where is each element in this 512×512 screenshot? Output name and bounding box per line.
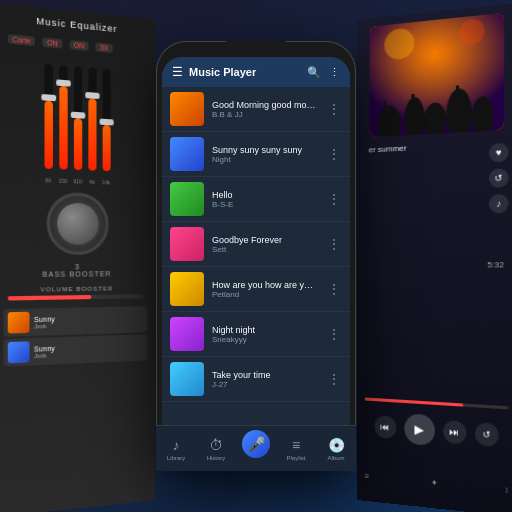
volume-fill (8, 295, 91, 301)
repeat-button[interactable]: ↺ (474, 422, 498, 447)
heart-icon[interactable]: ♥ (489, 143, 509, 163)
song-name-2: Sunny suny suny suny (212, 145, 318, 155)
bottom-icon-3[interactable]: ↕ (504, 485, 508, 495)
mini-song-2[interactable]: Sunny Jxxk (3, 334, 147, 367)
next-button[interactable]: ⏭ (443, 420, 466, 445)
eq-slider-1[interactable] (44, 64, 52, 169)
song-thumb-6 (170, 317, 204, 351)
song-thumb-3 (170, 182, 204, 216)
concert-svg (369, 13, 504, 138)
song-item-2[interactable]: Sunny suny suny suny Night ⋮ (162, 132, 350, 177)
nav-album[interactable]: 💿 Album (316, 437, 350, 456)
bass-booster-knob[interactable] (46, 192, 108, 255)
prev-button[interactable]: ⏮ (374, 415, 396, 439)
album-icon: 💿 (328, 437, 345, 453)
song-thumb-2 (170, 137, 204, 171)
knob-inner (57, 203, 98, 245)
mini-song-info-1: Sunny Jxxk (34, 313, 144, 329)
song-thumb-4 (170, 227, 204, 261)
svg-rect-11 (455, 85, 458, 102)
song-thumb-5 (170, 272, 204, 306)
play-button[interactable]: ▶ (404, 413, 435, 446)
song-info-7: Take your time J-27 (212, 370, 318, 389)
song-item-4[interactable]: Goodbye Forever Sett ⋮ (162, 222, 350, 267)
song-artist-2: Night (212, 155, 318, 164)
bottom-nav: ♪ Library ⏱ History 🎤 ≡ Playlist 💿 Album (162, 425, 350, 455)
song-name-7: Take your time (212, 370, 318, 380)
song-name-1: Good Morning good morning (212, 100, 318, 110)
song-info-1: Good Morning good morning B.B & JJ (212, 100, 318, 119)
song-more-3[interactable]: ⋮ (326, 192, 342, 206)
song-info-3: Hello B-S-E (212, 190, 318, 209)
song-item-5[interactable]: How are you how are you... Petland ⋮ (162, 267, 350, 312)
right-bottom-icons: ≡ ✦ ↕ (365, 472, 509, 495)
song-artist-3: B-S-E (212, 200, 318, 209)
history-label: History (207, 455, 226, 456)
right-progress-bar[interactable] (365, 397, 509, 409)
eq-preset-4[interactable]: 3X (96, 42, 113, 53)
phone-frame: ☰ Music Player 🔍 ⋮ Good Morning good mor… (156, 41, 356, 471)
song-more-2[interactable]: ⋮ (326, 147, 342, 161)
song-item-8[interactable]: Just Kidding!!! Pezsh ⋮ (162, 402, 350, 405)
song-artist-4: Sett (212, 245, 318, 254)
freq-label-1: 60 (44, 177, 52, 184)
song-name-4: Goodbye Forever (212, 235, 318, 245)
right-progress-fill (365, 397, 464, 406)
song-artist-1: B.B & JJ (212, 110, 318, 119)
song-item-3[interactable]: Hello B-S-E ⋮ (162, 177, 350, 222)
song-item-1[interactable]: Good Morning good morning B.B & JJ ⋮ (162, 87, 350, 132)
history-icon: ⏱ (209, 437, 223, 453)
search-icon[interactable]: 🔍 (307, 66, 321, 79)
library-label: Library (167, 455, 185, 456)
song-artist-5: Petland (212, 290, 318, 299)
nav-mic[interactable]: 🎤 (236, 440, 276, 456)
song-info-2: Sunny suny suny suny Night (212, 145, 318, 164)
song-item-7[interactable]: Take your time J-27 ⋮ (162, 357, 350, 402)
song-more-4[interactable]: ⋮ (326, 237, 342, 251)
song-more-5[interactable]: ⋮ (326, 282, 342, 296)
song-more-6[interactable]: ⋮ (326, 327, 342, 341)
bottom-icon-1[interactable]: ≡ (365, 472, 370, 481)
nav-library[interactable]: ♪ Library (162, 437, 196, 456)
nav-playlist[interactable]: ≡ Playlist (276, 437, 316, 456)
eq-preset-1[interactable]: Carte (8, 34, 35, 46)
eq-slider-4[interactable] (88, 67, 96, 170)
freq-label-3: 910 (73, 178, 81, 184)
song-name-3: Hello (212, 190, 318, 200)
song-thumb-7 (170, 362, 204, 396)
mini-thumb-1 (8, 312, 30, 334)
mini-thumb-2 (8, 341, 30, 363)
eq-preset-2[interactable]: ON (43, 37, 63, 48)
volume-slider-container: VOLUME BOOSTER (8, 285, 144, 300)
nav-history[interactable]: ⏱ History (196, 437, 236, 456)
song-name-6: Night night (212, 325, 318, 335)
svg-rect-9 (383, 101, 386, 113)
freq-label-2: 230 (59, 178, 67, 185)
bottom-icon-2[interactable]: ✦ (431, 478, 438, 488)
eq-slider-3[interactable] (73, 66, 81, 170)
song-more-1[interactable]: ⋮ (326, 102, 342, 116)
mini-song-info-2: Sunny Jxxk (34, 341, 144, 359)
song-item-6[interactable]: Night night Sneakyyy ⋮ (162, 312, 350, 357)
phone-screen: ☰ Music Player 🔍 ⋮ Good Morning good mor… (162, 57, 350, 455)
time-display: 5:32 (487, 260, 508, 270)
mini-song-1[interactable]: Sunny Jxxk (3, 306, 147, 337)
song-info-6: Night night Sneakyyy (212, 325, 318, 344)
equalizer-panel: Music Equalizer Carte ON ON 3X 60 23 (0, 3, 155, 512)
right-song-title: er summer (365, 138, 509, 154)
bass-booster-label: BASS BOOSTER (3, 270, 147, 278)
repeat-icon[interactable]: ↺ (489, 168, 509, 188)
song-more-7[interactable]: ⋮ (326, 372, 342, 386)
more-icon[interactable]: ⋮ (329, 66, 340, 79)
eq-preset-3[interactable]: ON (69, 40, 88, 51)
eq-slider-5[interactable] (102, 69, 110, 172)
library-icon: ♪ (173, 437, 180, 453)
album-label: Album (327, 455, 344, 456)
hamburger-icon[interactable]: ☰ (172, 65, 183, 79)
volume-track[interactable] (8, 294, 144, 300)
album-art (369, 13, 504, 138)
note-icon[interactable]: ♪ (489, 194, 509, 214)
freq-label-4: 4k (88, 179, 96, 185)
app-header: ☰ Music Player 🔍 ⋮ (162, 57, 350, 87)
eq-slider-2[interactable] (59, 65, 67, 170)
